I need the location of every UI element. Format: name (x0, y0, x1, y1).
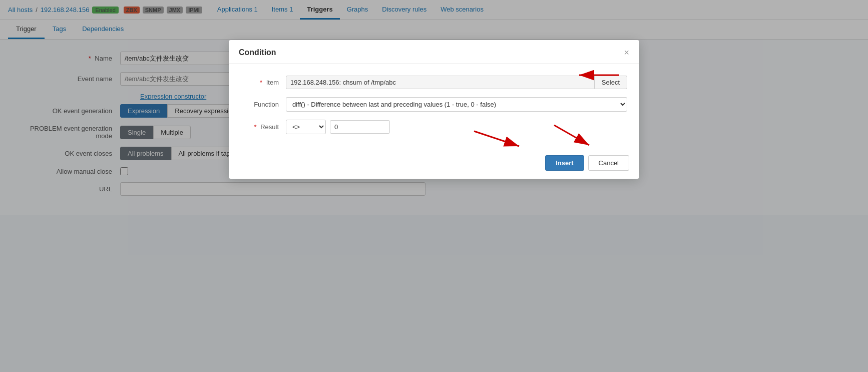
modal-body: * Item Select Function diff() - Differen… (229, 64, 639, 150)
modal-item-row: * Item Select (241, 76, 627, 89)
modal-insert-button[interactable]: Insert (545, 155, 584, 171)
modal-function-label: Function (241, 101, 286, 108)
modal-item-input[interactable] (286, 76, 595, 89)
modal-function-row: Function diff() - Difference between las… (241, 97, 627, 112)
modal-cancel-button[interactable]: Cancel (588, 155, 629, 171)
modal-function-select[interactable]: diff() - Difference between last and pre… (286, 97, 627, 112)
modal-footer: Insert Cancel (229, 150, 639, 179)
modal-header: Condition × (229, 40, 639, 64)
modal-result-label: * Result (241, 123, 286, 131)
modal-item-label: * Item (241, 79, 286, 86)
condition-modal: Condition × * Item Select Function diff(… (229, 40, 639, 179)
modal-result-input[interactable] (330, 120, 390, 134)
modal-title: Condition (239, 48, 276, 57)
modal-result-group: =<>>>=<<= (286, 120, 390, 134)
modal-overlay: Condition × * Item Select Function diff(… (0, 0, 868, 215)
modal-result-row: * Result =<>>>=<<= (241, 120, 627, 134)
modal-select-button[interactable]: Select (595, 76, 627, 89)
modal-close-button[interactable]: × (624, 48, 629, 57)
modal-result-operator-select[interactable]: =<>>>=<<= (286, 120, 326, 134)
